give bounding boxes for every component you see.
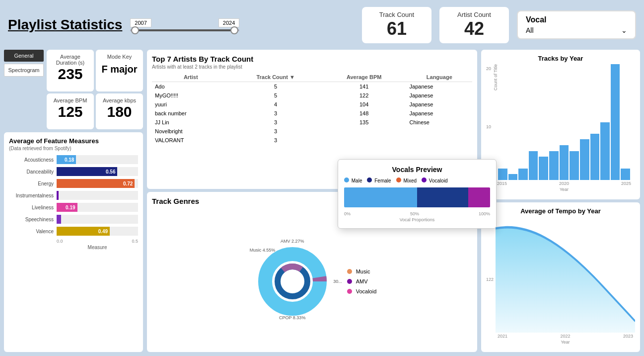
table-row[interactable]: JJ Lin 3 135 Chinese	[152, 118, 472, 127]
donut-legend: Music AMV Vocaloid	[347, 268, 377, 294]
tracks-chart-inner: 201520202025 Year Count of Title	[493, 64, 635, 192]
year-bar	[498, 169, 507, 180]
slider-thumb-right[interactable]	[230, 26, 238, 34]
bar-fill	[57, 191, 59, 200]
artist-name: MyGO!!!!!	[152, 91, 229, 100]
track-count-label: Track Count	[374, 11, 420, 18]
year-bar	[518, 169, 528, 180]
legend-mixed: Mixed	[396, 178, 417, 183]
bar-track	[57, 191, 138, 200]
bar-fill: 0.19	[57, 203, 77, 212]
genre-label-music: Music 4.55%	[250, 248, 276, 253]
artist-name: yuuri	[152, 100, 229, 109]
female-dot	[367, 178, 372, 182]
vocal-legend: Male Female Mixed Vocaloid	[344, 178, 490, 183]
tempo-title: Average of Tempo by Year	[486, 207, 635, 215]
bar-fill	[57, 215, 61, 224]
avg-bpm-cell: 141	[322, 82, 407, 91]
table-row[interactable]: back number 3 148 Japanese	[152, 109, 472, 118]
bar-fill: 0.18	[57, 155, 76, 164]
bar-label: Liveliness	[9, 205, 54, 210]
stat-avg-duration: Average Duration (s) 235	[47, 50, 94, 91]
vocal-value: All	[526, 26, 534, 34]
year-bar	[549, 151, 559, 180]
vocal-axis-label: Vocal Proportions	[344, 217, 490, 222]
slider-track[interactable]	[130, 29, 239, 31]
donut-chart: AMV 2.27% Music 4.55% CPOP 8.33% 30...	[248, 237, 337, 326]
bar-label: Speechiness	[9, 217, 54, 222]
year-bar	[621, 169, 630, 180]
genre-label-cpop: CPOP 8.33%	[279, 315, 305, 320]
feature-bar-row: Instrumentalness	[9, 191, 138, 200]
donut-wrapper: AMV 2.27% Music 4.55% CPOP 8.33% 30... M…	[152, 206, 472, 356]
year-bar	[570, 151, 579, 180]
vocal-female-bar	[417, 187, 468, 207]
year-bar	[529, 151, 538, 180]
year-bar	[600, 122, 610, 180]
legend-male: Male	[344, 178, 362, 183]
table-row[interactable]: Ado 5 141 Japanese	[152, 82, 472, 91]
year-slider[interactable]: 2007 2024	[130, 18, 239, 31]
language-cell: Japanese	[407, 100, 472, 109]
vocal-label: Vocal	[526, 15, 627, 24]
stat-mode-key: Mode Key F major	[96, 50, 143, 91]
tempo-y-axis: 124 122	[486, 217, 496, 345]
vocal-bar	[344, 187, 490, 207]
year-bar	[560, 145, 569, 180]
feature-bar-row: Speechiness	[9, 215, 138, 224]
legend-vocaloid-popup: Vocaloid	[422, 178, 448, 183]
tempo-chart-inner: 202120222023 Year	[496, 217, 635, 345]
legend-music: Music	[347, 268, 377, 274]
bar-track: 0.19	[57, 203, 138, 212]
track-count-box: Track Count 61	[362, 7, 431, 43]
left-panel: General Spectrogram Average Duration (s)…	[4, 50, 143, 352]
avg-bpm-cell: 104	[322, 100, 407, 109]
chevron-down-icon[interactable]: ⌄	[621, 26, 627, 34]
artist-count-label: Artist Count	[451, 11, 497, 18]
bar-axis-label: Measure	[9, 245, 138, 250]
x-label-tempo-year: Year	[496, 340, 635, 345]
col-avg-bpm: Average BPM	[322, 73, 407, 82]
x-label-year: Year	[493, 187, 635, 192]
table-row[interactable]: MyGO!!!!! 5 122 Japanese	[152, 91, 472, 100]
vocal-dropdown[interactable]: Vocal All ⌄	[517, 10, 636, 39]
avg-bpm-cell: 135	[322, 118, 407, 127]
x-axis-tracks: 201520202025	[493, 180, 635, 187]
feature-bar-row: Energy 0.72	[9, 179, 138, 188]
vocal-vocaloid-bar	[468, 187, 490, 207]
artist-table-subtitle: Artists with at least 2 tracks in the pl…	[152, 64, 472, 70]
genre-label-amv: AMV 2.27%	[281, 239, 304, 244]
feature-bar-row: Danceability 0.56	[9, 167, 138, 176]
tracks-by-year-title: Tracks by Year	[486, 55, 635, 62]
top-bar: Playlist Statistics 2007 2024 Track Coun…	[0, 0, 644, 50]
artist-table: Artist Track Count ▼ Average BPM Languag…	[152, 73, 472, 145]
avg-bpm-cell: 148	[322, 109, 407, 118]
stat-avg-bpm: Average BPM 125	[47, 93, 94, 129]
language-cell: Japanese	[407, 109, 472, 118]
year-bar	[508, 174, 518, 180]
table-row[interactable]: yuuri 4 104 Japanese	[152, 100, 472, 109]
avg-bpm-cell	[322, 127, 407, 136]
left-top: General Spectrogram Average Duration (s)…	[4, 50, 143, 129]
track-count-cell: 4	[229, 100, 321, 109]
track-count-cell: 3	[229, 127, 321, 136]
vocal-popup-title: Vocals Preview	[344, 166, 490, 174]
slider-thumb-left[interactable]	[131, 26, 139, 34]
year-bar	[580, 139, 589, 180]
language-cell	[407, 136, 472, 145]
tab-general[interactable]: General	[4, 50, 44, 62]
tab-spectrogram[interactable]: Spectrogram	[4, 64, 44, 77]
tracks-bar-chart	[493, 64, 635, 180]
bar-fill: 0.72	[57, 179, 135, 188]
table-row[interactable]: VALORANT 3	[152, 136, 472, 145]
bar-track: 0.72	[57, 179, 138, 188]
artist-name: JJ Lin	[152, 118, 229, 127]
artist-table-title: Top 7 Artists By Track Count	[152, 55, 472, 63]
year-bar	[590, 134, 600, 180]
mixed-dot	[396, 178, 401, 182]
artist-name: back number	[152, 109, 229, 118]
track-count-value: 61	[374, 18, 420, 39]
table-row[interactable]: Novelbright 3	[152, 127, 472, 136]
y-label-count: Count of Title	[493, 64, 498, 90]
avg-bpm-cell: 122	[322, 91, 407, 100]
